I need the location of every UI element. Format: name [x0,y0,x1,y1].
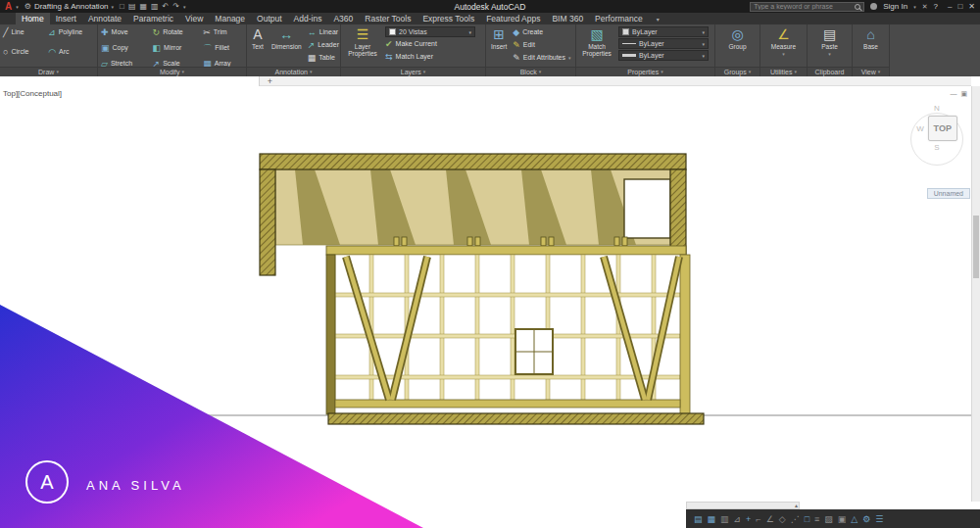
vertical-scrollbar[interactable] [971,86,980,502]
save-file-icon[interactable]: ▦ [139,2,147,12]
transparency-icon[interactable]: ▨ [824,514,833,524]
utilities-panel-label[interactable]: Utilities ▾ [760,67,807,76]
workspace-selector[interactable]: ⚙ Drafting & Annotation ▾ [24,2,114,11]
circle-button[interactable]: ○ Circle [3,46,40,58]
tab-insert[interactable]: Insert [50,13,82,24]
linetype-dropdown[interactable]: ByLayer ▾ [618,38,709,49]
move-button[interactable]: ✚Move [101,26,145,38]
search-icon[interactable] [855,4,860,10]
annotation-scale-icon[interactable]: △ [851,514,858,524]
search-input[interactable] [754,3,852,10]
restore-viewport-icon[interactable]: ▣ [960,90,967,97]
rotate-button[interactable]: ↻Rotate [153,26,196,38]
mirror-button[interactable]: ◧Mirror [153,42,196,54]
close-window-icon[interactable]: ✕ [968,1,975,12]
scrollbar-arrow-icon[interactable]: ▴ [795,502,798,508]
dynamic-input-icon[interactable]: + [746,514,751,524]
tab-express-tools[interactable]: Express Tools [416,13,480,24]
model-space-icon[interactable]: ▤ [694,514,703,524]
workspace-switch-icon[interactable]: ⚙ [862,514,870,524]
selection-cycling-icon[interactable]: ▣ [838,514,847,524]
measure-button[interactable]: ∠ Measure ▾ [769,26,798,59]
copy-button[interactable]: ▣Copy [101,42,145,54]
match-layer-button[interactable]: ⇆Match Layer [385,51,475,63]
sign-in-button[interactable]: Sign In [883,2,907,11]
fillet-button[interactable]: ⌒Fillet [203,42,243,54]
qat-customize-chevron-icon[interactable]: ▾ [183,4,186,10]
lineweight-icon[interactable]: ≡ [814,514,819,524]
object-color-dropdown[interactable]: ByLayer ▾ [618,26,709,37]
group-button[interactable]: ◎ Group [726,26,748,51]
app-menu-chevron-icon[interactable]: ▾ [16,4,19,10]
draw-panel-label[interactable]: Draw ▾ [0,67,97,76]
line-button[interactable]: ╱ Line [3,26,40,38]
tab-home[interactable]: Home [16,13,50,24]
clipboard-panel-label[interactable]: Clipboard [808,67,852,76]
osnap-tracking-icon[interactable]: ⋰ [791,514,800,524]
base-view-button[interactable]: ⌂ Base [861,26,880,51]
paste-button[interactable]: ▤ Paste ▾ [819,26,840,59]
arc-button[interactable]: ◠ Arc [48,46,94,58]
viewcube-south[interactable]: S [906,143,968,153]
osnap-icon[interactable]: □ [805,514,809,524]
isodraft-icon[interactable]: ◇ [779,514,786,524]
lineweight-dropdown[interactable]: ByLayer ▾ [618,50,709,61]
tab-view[interactable]: View [179,13,209,24]
edit-attributes-button[interactable]: ✎Edit Attributes▾ [513,52,570,64]
restore-window-icon[interactable]: □ [957,1,962,12]
tab-bim360[interactable]: BIM 360 [546,13,589,24]
autocad-logo-icon[interactable]: A [5,1,12,12]
sign-in-chevron-icon[interactable]: ▾ [913,4,916,10]
properties-panel-label[interactable]: Properties ▾ [576,67,714,76]
viewcube-top-face[interactable]: TOP [928,116,957,141]
layer-select-dropdown[interactable]: 20 Vistas ▾ [385,26,475,37]
stretch-button[interactable]: ▱Stretch [101,58,145,67]
minimize-viewport-icon[interactable]: — [950,90,956,97]
horizontal-scrollbar[interactable]: ▴ [686,502,800,509]
view-name-badge[interactable]: Unnamed [927,188,970,199]
viewcube-west[interactable]: W [916,124,924,133]
help-icon[interactable]: ? [934,2,938,11]
redo-icon[interactable]: ↷ [172,2,179,12]
tab-annotate[interactable]: Annotate [82,13,127,24]
tab-manage[interactable]: Manage [209,13,251,24]
groups-panel-label[interactable]: Groups ▾ [715,67,760,76]
new-file-icon[interactable]: □ [120,2,124,12]
exchange-apps-icon[interactable]: ✕ [922,3,928,11]
block-panel-label[interactable]: Block ▾ [486,67,575,76]
modify-panel-label[interactable]: Modify ▾ [98,67,246,76]
tab-output[interactable]: Output [251,13,288,24]
open-file-icon[interactable]: ▤ [128,2,136,12]
customize-icon[interactable]: ☰ [875,514,883,524]
grid-icon[interactable]: ▦ [708,514,716,524]
help-search-box[interactable] [750,2,864,12]
leader-button[interactable]: ↗Leader▾ [308,39,340,51]
edit-block-button[interactable]: ✎Edit [513,39,570,51]
tab-a360[interactable]: A360 [327,13,359,24]
viewcube-north[interactable]: N [906,104,968,114]
polyline-button[interactable]: ⊿ Polyline [48,26,94,38]
viewport-view-label[interactable]: Top][Conceptual] [3,89,62,98]
layers-panel-label[interactable]: Layers ▾ [341,67,485,76]
tab-raster-tools[interactable]: Raster Tools [359,13,416,24]
insert-button[interactable]: ⊞ Insert [489,26,509,51]
vertical-scrollbar-thumb[interactable] [973,216,979,278]
ribbon-collapse-icon[interactable]: ▾ [657,16,660,23]
table-button[interactable]: ▦Table [308,52,340,64]
tab-featured-apps[interactable]: Featured Apps [480,13,546,24]
undo-icon[interactable]: ↶ [163,2,170,12]
tab-parametric[interactable]: Parametric [127,13,179,24]
ortho-icon[interactable]: ⌐ [756,514,760,524]
drawing-viewport[interactable]: + Top][Conceptual] [0,76,980,528]
viewcube[interactable]: N W TOP S [906,104,968,153]
infer-constraints-icon[interactable]: ⊿ [734,514,742,524]
text-button[interactable]: A Text [250,26,266,51]
tab-add-ins[interactable]: Add-ins [288,13,328,24]
minimize-window-icon[interactable]: – [948,1,952,12]
linear-button[interactable]: ↔Linear▾ [308,26,340,38]
trim-button[interactable]: ✂Trim [203,26,243,38]
polar-tracking-icon[interactable]: ∠ [766,514,774,524]
scale-button[interactable]: ↗Scale [153,58,196,67]
view-panel-label[interactable]: View ▾ [853,67,889,76]
snap-icon[interactable]: ▥ [720,514,729,524]
